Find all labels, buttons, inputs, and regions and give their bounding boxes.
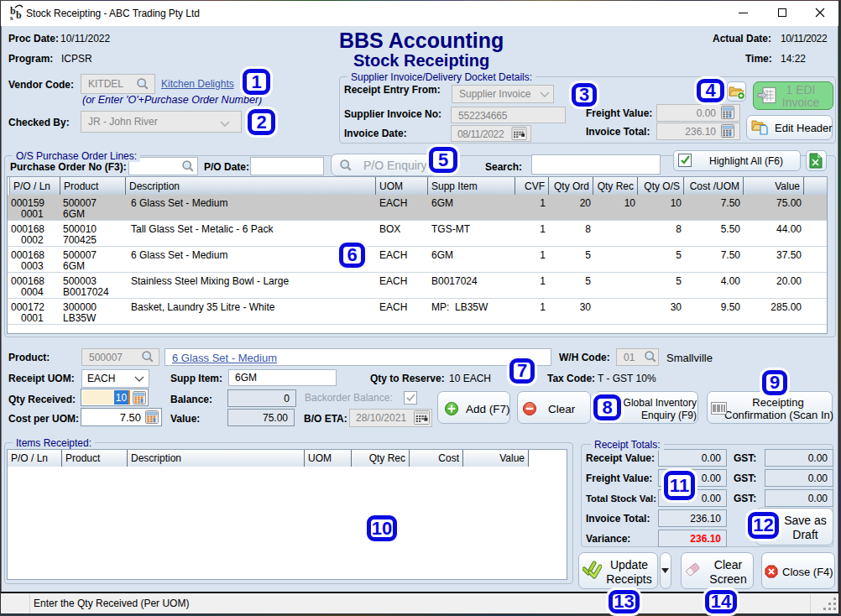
svg-text:b: b [16,9,22,21]
svg-text:s: s [10,13,13,22]
